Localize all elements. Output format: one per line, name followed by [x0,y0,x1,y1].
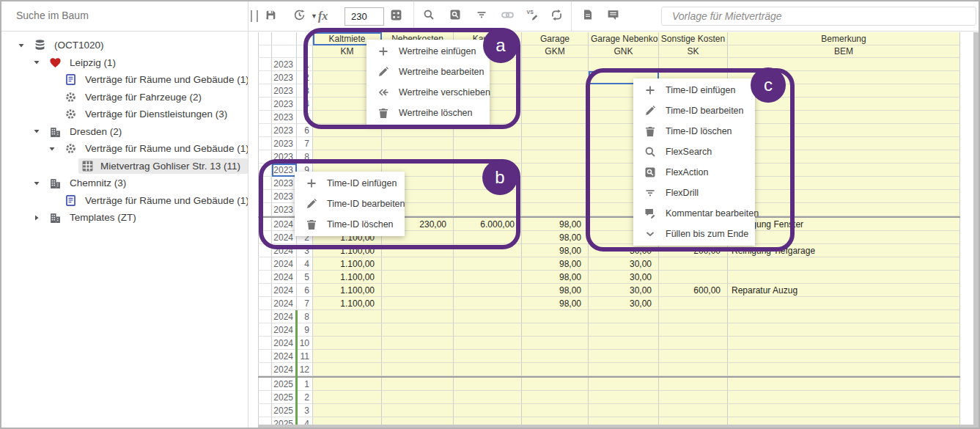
grid-cell-gnk[interactable] [589,404,659,417]
row-year-cell[interactable]: 2024 [272,257,297,271]
row-year-cell[interactable]: 2023 [272,137,297,150]
row-year-cell[interactable]: 2024 [272,231,297,244]
grid-cell-sk[interactable] [659,404,728,417]
flexaction-button[interactable] [443,1,468,31]
row-month-cell[interactable]: 3 [297,244,313,257]
menu-item-wertreihe-bearbeiten[interactable]: Wertreihe bearbeiten [366,62,490,82]
grid-cell-sk[interactable] [659,310,728,323]
fx-dropdown[interactable]: ▼ fx [311,1,328,31]
grid-cell-km[interactable] [313,417,382,425]
row-month-cell[interactable]: 4 [297,98,313,111]
grid-cell-gkm[interactable] [522,417,589,425]
grid-cell-gkm[interactable] [522,71,589,84]
document-button[interactable] [575,1,600,31]
row-year-cell[interactable]: 2024 [272,271,297,284]
grid-cell-bem[interactable] [728,297,960,310]
link-button[interactable] [495,1,520,31]
grid-cell-bem[interactable] [728,150,960,164]
comment-button[interactable] [600,1,625,31]
row-month-cell[interactable]: 12 [297,363,313,376]
grid-cell-gkm[interactable] [522,337,589,350]
row-year-cell[interactable]: 2025 [272,391,297,404]
row-month-cell[interactable]: 3 [297,84,313,98]
grid-cell-sk[interactable] [659,257,728,271]
grid-cell-nk[interactable] [382,284,454,297]
row-year-cell[interactable]: 2024 [272,284,297,297]
sync-button[interactable] [544,1,569,31]
row-year-cell[interactable]: 2023 [272,150,297,164]
row-year-cell[interactable]: 2023 [272,124,297,137]
grid-cell-sk[interactable] [659,417,728,425]
row-year-cell[interactable]: 2023 [272,164,297,177]
grid-cell-bem[interactable] [728,391,960,404]
grid-cell-kt[interactable] [454,404,522,417]
grid-cell-km[interactable] [313,337,382,350]
grid-cell-bem[interactable] [728,350,960,363]
row-month-cell[interactable]: 7 [297,137,313,150]
grid-cell-gkm[interactable] [522,150,589,164]
grid-cell-kt[interactable] [454,310,522,323]
row-year-cell[interactable]: 2023 [272,84,297,98]
tree-item[interactable]: Chemnitz (3) [33,175,126,191]
calc-button[interactable] [383,1,408,31]
grid-cell-kt[interactable] [454,363,522,376]
grid-cell-gkm[interactable]: 98,00 [522,271,589,284]
row-month-cell[interactable]: 6 [297,284,313,297]
menu-item-flexsearch[interactable]: FlexSearch [633,142,755,162]
row-year-cell[interactable]: 2025 [272,378,297,391]
grid-cell-gnk[interactable] [589,417,659,425]
grid-cell-kt[interactable] [454,323,522,337]
menu-item-time-id-einfügen[interactable]: Time-ID einfügen [633,80,755,100]
grid-cell-km[interactable] [313,150,382,164]
grid-cell-kt[interactable] [454,297,522,310]
expand-arrow-icon[interactable] [33,128,48,135]
search-button[interactable] [416,1,441,31]
menu-item-time-id-bearbeiten[interactable]: Time-ID bearbeiten [295,194,405,214]
row-month-cell[interactable]: 2 [297,71,313,84]
grid-cell-bem[interactable] [728,363,960,376]
row-month-cell[interactable]: 8 [297,150,313,164]
grid-cell-gkm[interactable] [522,164,589,177]
grid-cell-km[interactable] [313,363,382,376]
grid-cell-gkm[interactable]: 98,00 [522,244,589,257]
row-year-cell[interactable]: 2023 [272,177,297,190]
grid-cell-bem[interactable] [728,164,960,177]
grid-cell-km[interactable] [313,310,382,323]
save-button[interactable] [258,1,283,31]
grid-cell-gnk[interactable] [589,350,659,363]
grid-cell-km[interactable]: 1.100,00 [313,284,382,297]
grid-cell-kt[interactable] [454,150,522,164]
history-button[interactable] [287,1,312,31]
vs-edit-button[interactable]: VS [520,1,545,31]
row-month-cell[interactable]: 5 [297,271,313,284]
grid-cell-gkm[interactable] [522,190,589,203]
column-header-gkm[interactable]: Garage [522,32,589,45]
grid-cell-kt[interactable] [454,391,522,404]
grid-cell-nk[interactable] [382,378,454,391]
grid-cell-bem[interactable] [728,323,960,337]
row-month-cell[interactable]: 9 [297,323,313,337]
grid-cell-nk[interactable] [382,244,454,257]
expand-arrow-icon[interactable] [33,59,48,66]
grid-cell-gkm[interactable]: 98,00 [522,297,589,310]
grid-cell-kt[interactable] [454,271,522,284]
menu-item-wertreihe-löschen[interactable]: Wertreihe löschen [366,103,490,123]
grid-cell-bem[interactable] [728,177,960,190]
grid-cell-nk[interactable] [382,323,454,337]
grid-cell-gkm[interactable] [522,404,589,417]
grid-cell-kt[interactable] [454,203,522,216]
grid-cell-km[interactable] [313,137,382,150]
grid-cell-sk[interactable] [659,378,728,391]
grid-cell-km[interactable]: 1.100,00 [313,271,382,284]
tree-item[interactable]: Verträge für Dienstleistungen (3) [48,106,227,122]
formula-value-input[interactable] [345,7,384,26]
grid-cell-gnk[interactable] [589,363,659,376]
grid-cell-bem[interactable] [728,271,960,284]
grid-cell-sk[interactable] [659,337,728,350]
grid-cell-gkm[interactable] [522,124,589,137]
grid-cell-gnk[interactable] [589,391,659,404]
grid-cell-bem[interactable] [728,231,960,244]
grid-cell-gkm[interactable] [522,58,589,71]
attachment-button[interactable] [625,1,649,31]
grid-cell-sk[interactable]: 600,00 [659,284,728,297]
